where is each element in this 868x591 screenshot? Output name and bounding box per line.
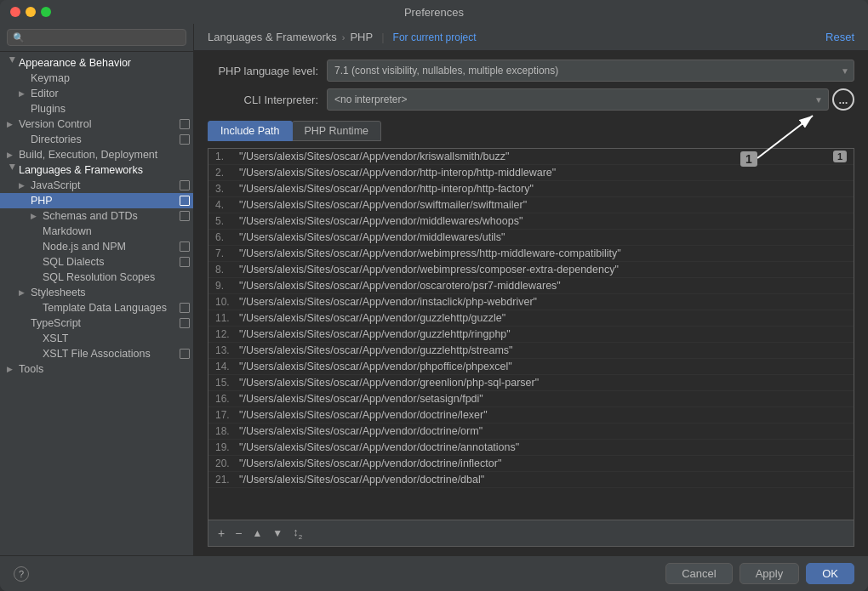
- list-item[interactable]: 10."/Users/alexis/Sites/oscar/App/vendor…: [208, 294, 854, 310]
- titlebar: Preferences: [0, 0, 868, 24]
- remove-path-button[interactable]: −: [231, 525, 246, 542]
- path-badge: 1: [833, 151, 847, 162]
- help-button[interactable]: ?: [14, 566, 29, 582]
- sort-button[interactable]: ↕2: [288, 524, 306, 543]
- sidebar-item-xslt[interactable]: XSLT: [0, 331, 193, 346]
- sidebar-item-plugins[interactable]: Plugins: [0, 101, 193, 116]
- expand-arrow-icon: ▶: [7, 151, 19, 159]
- sidebar-item-xslt-file[interactable]: XSLT File Associations: [0, 346, 193, 361]
- expand-arrow-icon: ▶: [9, 57, 17, 69]
- list-item[interactable]: 18."/Users/alexis/Sites/oscar/App/vendor…: [208, 423, 854, 440]
- cli-label: CLI Interpreter:: [208, 94, 318, 106]
- list-item[interactable]: 9."/Users/alexis/Sites/oscar/App/vendor/…: [208, 278, 854, 294]
- main-content: 🔍 ▶ Appearance & Behavior Keymap ▶: [0, 24, 868, 555]
- close-button[interactable]: [10, 7, 20, 17]
- list-item[interactable]: 7."/Users/alexis/Sites/oscar/App/vendor/…: [208, 246, 854, 262]
- sidebar-item-keymap[interactable]: Keymap: [0, 71, 193, 86]
- traffic-lights: [10, 7, 51, 17]
- repo-icon: [180, 134, 190, 145]
- sidebar-item-schemas-dtds[interactable]: ▶ Schemas and DTDs: [0, 208, 193, 224]
- search-bar: 🔍: [0, 24, 193, 52]
- expand-arrow-icon: ▶: [9, 164, 17, 176]
- list-item[interactable]: 4."/Users/alexis/Sites/oscar/App/vendor/…: [208, 197, 854, 213]
- list-item[interactable]: 8."/Users/alexis/Sites/oscar/App/vendor/…: [208, 262, 854, 278]
- window-title: Preferences: [404, 6, 464, 19]
- sidebar-item-build-execution[interactable]: ▶ Build, Execution, Deployment: [0, 147, 193, 162]
- breadcrumb: Languages & Frameworks › PHP | For curre…: [208, 31, 477, 43]
- interpreter-config-button[interactable]: ...: [832, 88, 854, 111]
- expand-arrow-icon: ▶: [19, 181, 31, 190]
- reset-button[interactable]: Reset: [825, 31, 854, 43]
- list-item[interactable]: 5."/Users/alexis/Sites/oscar/App/vendor/…: [208, 213, 854, 230]
- list-item[interactable]: 19."/Users/alexis/Sites/oscar/App/vendor…: [208, 440, 854, 456]
- right-panel: Languages & Frameworks › PHP | For curre…: [194, 24, 868, 555]
- search-wrapper: 🔍: [7, 29, 186, 46]
- tab-include-path[interactable]: Include Path: [208, 121, 293, 141]
- list-item[interactable]: 6."/Users/alexis/Sites/oscar/App/vendor/…: [208, 230, 854, 246]
- list-item[interactable]: 1."/Users/alexis/Sites/oscar/App/vendor/…: [208, 149, 854, 165]
- sidebar-tree: ▶ Appearance & Behavior Keymap ▶ Editor …: [0, 52, 193, 555]
- sidebar-item-sql-resolution[interactable]: SQL Resolution Scopes: [0, 270, 193, 285]
- sidebar: 🔍 ▶ Appearance & Behavior Keymap ▶: [0, 24, 194, 555]
- repo-icon: [180, 180, 190, 190]
- panel-body: PHP language level: 7.1 (const visibilit…: [194, 51, 868, 555]
- sidebar-item-tools[interactable]: ▶ Tools: [0, 361, 193, 377]
- panel-header: Languages & Frameworks › PHP | For curre…: [194, 24, 868, 51]
- list-item[interactable]: 20."/Users/alexis/Sites/oscar/App/vendor…: [208, 456, 854, 472]
- list-item[interactable]: 3."/Users/alexis/Sites/oscar/App/vendor/…: [208, 181, 854, 197]
- repo-icon: [180, 303, 190, 313]
- sidebar-item-version-control[interactable]: ▶ Version Control: [0, 116, 193, 132]
- minimize-button[interactable]: [26, 7, 36, 17]
- list-item[interactable]: 17."/Users/alexis/Sites/oscar/App/vendor…: [208, 407, 854, 423]
- repo-icon: [180, 257, 190, 267]
- breadcrumb-php: PHP: [350, 31, 373, 43]
- move-down-button[interactable]: ▼: [268, 526, 287, 541]
- lang-level-select[interactable]: 7.1 (const visibility, nullables, multip…: [327, 60, 854, 82]
- list-item[interactable]: 16."/Users/alexis/Sites/oscar/App/vendor…: [208, 391, 854, 407]
- ok-button[interactable]: OK: [806, 563, 854, 584]
- sidebar-item-javascript[interactable]: ▶ JavaScript: [0, 178, 193, 193]
- sidebar-item-markdown[interactable]: Markdown: [0, 224, 193, 239]
- path-list-container: 1."/Users/alexis/Sites/oscar/App/vendor/…: [208, 148, 854, 547]
- interpreter-select[interactable]: <no interpreter> ▼: [327, 88, 829, 111]
- breadcrumb-languages: Languages & Frameworks: [208, 31, 337, 43]
- repo-icon: [180, 242, 190, 252]
- lang-level-row: PHP language level: 7.1 (const visibilit…: [208, 60, 854, 82]
- sidebar-item-nodejs[interactable]: Node.js and NPM: [0, 239, 193, 254]
- project-link[interactable]: For current project: [393, 31, 477, 43]
- list-toolbar: + − ▲ ▼ ↕2: [208, 520, 854, 546]
- search-input[interactable]: [28, 31, 180, 43]
- repo-icon: [180, 119, 190, 129]
- interpreter-wrapper: <no interpreter> ▼ ...: [327, 88, 854, 111]
- add-path-button[interactable]: +: [214, 525, 229, 542]
- cli-interpreter-row: CLI Interpreter: <no interpreter> ▼ ...: [208, 88, 854, 111]
- list-item[interactable]: 13."/Users/alexis/Sites/oscar/App/vendor…: [208, 343, 854, 359]
- repo-icon: [180, 196, 190, 206]
- sidebar-item-sql-dialects[interactable]: SQL Dialects: [0, 254, 193, 270]
- cancel-button[interactable]: Cancel: [665, 563, 732, 584]
- move-up-button[interactable]: ▲: [248, 526, 266, 541]
- list-item[interactable]: 15."/Users/alexis/Sites/oscar/App/vendor…: [208, 375, 854, 391]
- tabs-bar: Include Path PHP Runtime: [208, 121, 854, 141]
- sidebar-item-template-data[interactable]: Template Data Languages: [0, 300, 193, 315]
- sidebar-item-stylesheets[interactable]: ▶ Stylesheets: [0, 285, 193, 300]
- expand-arrow-icon: ▶: [19, 288, 31, 297]
- list-item[interactable]: 12."/Users/alexis/Sites/oscar/App/vendor…: [208, 327, 854, 343]
- sidebar-item-php[interactable]: PHP: [0, 193, 193, 208]
- sidebar-item-languages-frameworks[interactable]: ▶ Languages & Frameworks: [0, 162, 193, 178]
- sidebar-item-appearance-behavior[interactable]: ▶ Appearance & Behavior: [0, 55, 193, 71]
- maximize-button[interactable]: [41, 7, 51, 17]
- sidebar-item-editor[interactable]: ▶ Editor: [0, 86, 193, 101]
- list-item[interactable]: 14."/Users/alexis/Sites/oscar/App/vendor…: [208, 359, 854, 375]
- tab-php-runtime[interactable]: PHP Runtime: [292, 121, 382, 141]
- apply-button[interactable]: Apply: [740, 563, 800, 584]
- preferences-window: Preferences 🔍 ▶ Appearance & Behavior: [0, 0, 868, 591]
- expand-arrow-icon: ▶: [7, 120, 19, 128]
- list-item[interactable]: 2."/Users/alexis/Sites/oscar/App/vendor/…: [208, 165, 854, 181]
- interpreter-dropdown-arrow-icon: ▼: [814, 95, 823, 105]
- sidebar-item-directories[interactable]: Directories: [0, 132, 193, 147]
- list-item[interactable]: 11."/Users/alexis/Sites/oscar/App/vendor…: [208, 310, 854, 327]
- sidebar-item-typescript[interactable]: TypeScript: [0, 315, 193, 331]
- footer: ? Cancel Apply OK: [0, 555, 868, 591]
- list-item[interactable]: 21."/Users/alexis/Sites/oscar/App/vendor…: [208, 472, 854, 488]
